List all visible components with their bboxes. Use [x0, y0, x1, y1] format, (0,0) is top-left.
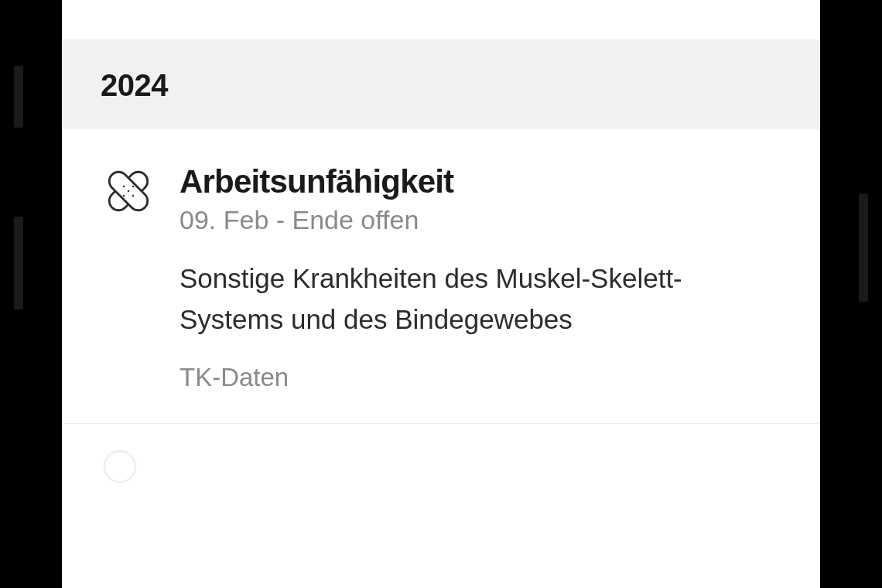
- power-button[interactable]: [859, 193, 868, 302]
- entry-date-range: 09. Feb - Ende offen: [179, 205, 774, 235]
- entry-content: Arbeitsunfähigkeit 09. Feb - Ende offen …: [179, 163, 774, 392]
- partial-icon: [101, 447, 139, 486]
- sick-leave-entry[interactable]: Arbeitsunfähigkeit 09. Feb - Ende offen …: [62, 129, 820, 424]
- year-label: 2024: [101, 68, 781, 103]
- svg-point-7: [104, 451, 135, 482]
- app-screen: 2024 Arbeitsunfähigkeit 09. Feb - Ende o…: [62, 0, 820, 588]
- entry-source: TK-Daten: [179, 363, 774, 392]
- volume-up-button[interactable]: [14, 66, 23, 128]
- svg-point-4: [123, 195, 125, 197]
- phone-bezel-right: [820, 0, 882, 588]
- svg-point-6: [128, 190, 129, 192]
- top-spacer: [62, 0, 820, 40]
- volume-down-button[interactable]: [14, 217, 23, 309]
- entry-title: Arbeitsunfähigkeit: [179, 163, 774, 200]
- year-section-header: 2024: [62, 40, 820, 129]
- bandage-icon: [101, 163, 156, 219]
- svg-point-3: [132, 186, 134, 187]
- svg-point-5: [132, 195, 134, 197]
- next-entry-partial: [62, 424, 820, 512]
- entry-description: Sonstige Krankheiten des Muskel-Skelett-…: [179, 258, 774, 340]
- svg-point-2: [123, 186, 125, 187]
- phone-bezel-left: [0, 0, 62, 588]
